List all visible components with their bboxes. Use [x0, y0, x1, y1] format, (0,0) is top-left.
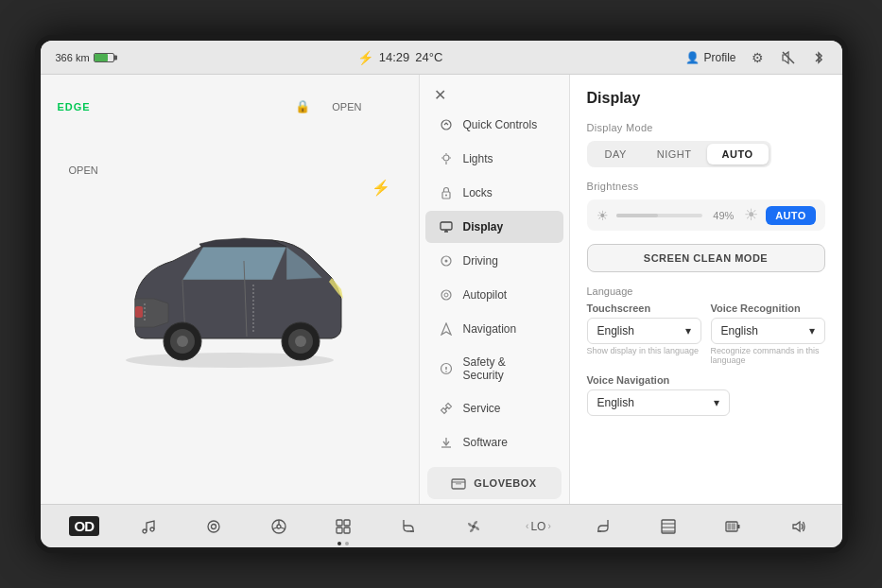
menu-label-driving: Driving: [463, 254, 498, 268]
svg-rect-58: [732, 523, 735, 529]
mute-icon[interactable]: [780, 49, 797, 66]
taskbar-seat-left[interactable]: [391, 510, 425, 544]
quick-controls-icon: [439, 117, 454, 132]
edge-label: EDGE: [58, 101, 91, 112]
svg-point-27: [444, 293, 448, 297]
svg-point-37: [208, 521, 219, 532]
menu-item-locks[interactable]: Locks: [425, 177, 563, 209]
language-section-label: Language: [587, 285, 825, 297]
menu-item-quick-controls[interactable]: Quick Controls: [425, 109, 563, 141]
menu-item-lights[interactable]: Lights: [425, 143, 563, 175]
profile-button[interactable]: 👤 Profile: [685, 51, 735, 64]
menu-item-safety[interactable]: Safety & Security: [425, 347, 563, 390]
svg-point-25: [444, 260, 447, 263]
settings-panel: Display Display Mode DAY NIGHT AUTO Brig…: [570, 75, 842, 504]
close-button[interactable]: ✕: [427, 86, 454, 104]
menu-item-driving[interactable]: Driving: [425, 245, 563, 277]
voice-recognition-chevron: ▾: [809, 324, 815, 337]
voice-navigation-label: Voice Navigation: [587, 374, 825, 386]
brightness-slider[interactable]: [616, 214, 703, 217]
menu-label-lights: Lights: [463, 152, 493, 165]
svg-point-40: [277, 525, 281, 528]
taskbar-lo[interactable]: ‹ LO ›: [521, 510, 555, 544]
taskbar-music[interactable]: [131, 510, 165, 544]
menu-label-autopilot: Autopilot: [463, 288, 508, 302]
svg-point-9: [295, 336, 306, 347]
display-icon: [439, 219, 454, 234]
lo-right-arrow: ›: [547, 521, 550, 531]
svg-rect-44: [337, 520, 342, 526]
service-icon: [439, 401, 454, 416]
taskbar-dots: [337, 542, 349, 545]
lights-icon: [439, 151, 454, 166]
svg-rect-10: [135, 306, 143, 318]
voice-recognition-select[interactable]: English ▾: [711, 318, 825, 344]
autopilot-icon: [439, 287, 454, 303]
taskbar-volume[interactable]: [781, 510, 815, 544]
svg-point-14: [443, 155, 449, 161]
voice-recognition-hint: Recognize commands in this language: [711, 346, 825, 365]
glovebox-button[interactable]: GLOVEBOX: [427, 467, 562, 499]
menu-item-display[interactable]: Display: [425, 211, 563, 243]
svg-line-42: [272, 527, 277, 529]
bluetooth-icon[interactable]: [810, 49, 827, 66]
taskbar-grid[interactable]: [651, 510, 685, 544]
brightness-low-icon: ☀: [597, 208, 609, 223]
menu-item-software[interactable]: Software: [425, 426, 563, 458]
menu-label-locks: Locks: [463, 186, 493, 199]
menu-label-safety: Safety & Security: [463, 355, 550, 382]
settings-title: Display: [587, 90, 825, 107]
voice-navigation-value: English: [597, 396, 634, 409]
mode-night-button[interactable]: NIGHT: [642, 144, 707, 164]
mode-auto-button[interactable]: AUTO: [707, 144, 769, 164]
temperature-display: 24°C: [415, 50, 442, 64]
touchscreen-select[interactable]: English ▾: [587, 318, 701, 344]
taskbar-apps[interactable]: [326, 510, 360, 544]
open-top-label: OPEN: [332, 101, 361, 112]
menu-label-quick-controls: Quick Controls: [463, 118, 538, 131]
touchscreen-label: Touchscreen: [587, 303, 701, 314]
taskbar-od[interactable]: OD: [67, 510, 101, 544]
svg-rect-56: [737, 525, 740, 528]
svg-rect-34: [456, 482, 461, 485]
taskbar-battery[interactable]: [716, 510, 750, 544]
settings-icon[interactable]: ⚙: [750, 49, 767, 66]
car-panel: EDGE OPEN OPEN 🔒 ⚡: [41, 75, 419, 504]
voice-navigation-select[interactable]: English ▾: [587, 389, 730, 416]
mode-day-button[interactable]: DAY: [590, 144, 642, 164]
touchscreen-value: English: [597, 324, 634, 337]
language-row: Touchscreen English ▾ Show display in th…: [587, 303, 825, 365]
svg-point-13: [441, 120, 451, 130]
screen-clean-button[interactable]: SCREEN CLEAN MODE: [587, 244, 825, 272]
svg-rect-47: [344, 527, 350, 533]
charging-icon: ⚡: [357, 50, 373, 65]
voice-recognition-value: English: [721, 324, 758, 337]
brightness-value: 49%: [710, 210, 736, 221]
menu-item-navigation[interactable]: Navigation: [425, 313, 563, 345]
menu-label-display: Display: [463, 220, 504, 233]
driving-icon: [439, 253, 454, 268]
svg-point-49: [472, 525, 476, 528]
taskbar-steering[interactable]: [262, 510, 296, 544]
taskbar-fan[interactable]: [457, 510, 491, 544]
touchscreen-hint: Show display in this language: [587, 346, 701, 355]
taskbar: OD: [41, 504, 842, 547]
battery-fill: [95, 54, 108, 61]
screen-bezel: 366 km ⚡ 14:29 24°C 👤 Profile ⚙: [35, 35, 848, 553]
menu-item-autopilot[interactable]: Autopilot: [425, 279, 563, 311]
lo-text: ‹ LO ›: [526, 520, 551, 533]
screen-inner: 366 km ⚡ 14:29 24°C 👤 Profile ⚙: [41, 41, 842, 547]
status-right: 👤 Profile ⚙: [685, 49, 826, 66]
safety-icon: [439, 361, 454, 376]
menu-item-service[interactable]: Service: [425, 392, 563, 424]
svg-line-43: [281, 527, 285, 529]
voice-navigation-section: Voice Navigation English ▾: [587, 374, 825, 416]
brightness-auto-badge: AUTO: [766, 206, 815, 225]
svg-point-6: [177, 336, 188, 347]
mode-selector: DAY NIGHT AUTO: [587, 141, 771, 167]
taskbar-camera[interactable]: [197, 510, 231, 544]
menu-label-software: Software: [463, 436, 508, 449]
taskbar-seat-right[interactable]: [586, 510, 620, 544]
menu-label-navigation: Navigation: [463, 322, 517, 336]
voice-navigation-chevron: ▾: [714, 396, 719, 409]
